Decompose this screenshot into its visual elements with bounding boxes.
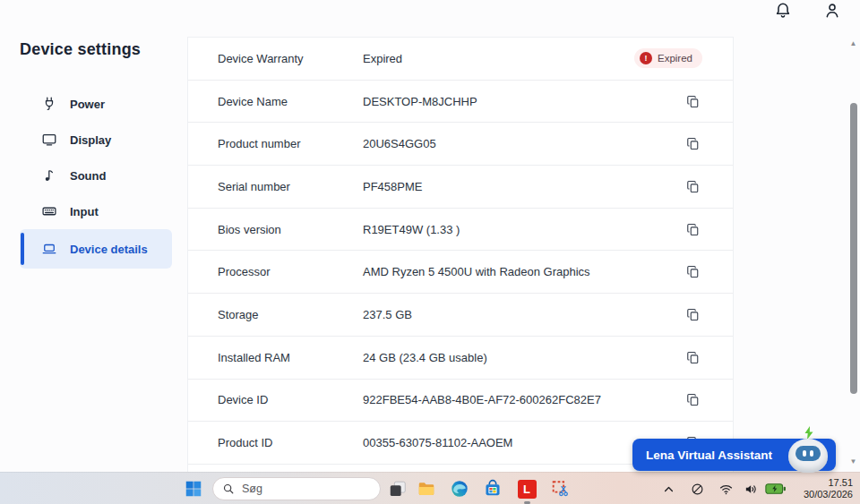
copy-button[interactable] bbox=[683, 219, 702, 239]
detail-label: Device Name bbox=[218, 95, 363, 108]
alert-icon: ! bbox=[640, 52, 652, 64]
detail-label: Product number bbox=[218, 137, 363, 150]
edge-browser-icon[interactable] bbox=[448, 477, 471, 500]
system-tray: 17.51 30/03/2026 bbox=[658, 473, 860, 504]
device-detail-row: Storage237.5 GB bbox=[188, 294, 733, 337]
battery-charging-icon[interactable] bbox=[765, 478, 787, 500]
power-icon bbox=[41, 96, 57, 112]
taskbar: L 17.51 30/03/2026 bbox=[0, 472, 860, 504]
taskbar-search[interactable] bbox=[212, 477, 381, 500]
file-explorer-icon[interactable] bbox=[415, 477, 438, 500]
sidebar-item-label: Power bbox=[70, 98, 105, 111]
account-person-icon[interactable] bbox=[822, 1, 842, 21]
sidebar-item-sound[interactable]: Sound bbox=[20, 158, 172, 193]
warranty-status-badge: !Expired bbox=[634, 48, 702, 68]
device-details-card: Device WarrantyExpired!ExpiredDevice Nam… bbox=[188, 38, 733, 472]
detail-value: DESKTOP-M8JCHHP bbox=[363, 95, 683, 108]
clock-date: 30/03/2026 bbox=[794, 489, 853, 500]
detail-label: Installed RAM bbox=[218, 351, 363, 364]
detail-label: Storage bbox=[218, 308, 363, 321]
camera-off-icon[interactable] bbox=[686, 478, 708, 500]
scrollbar-thumb[interactable] bbox=[850, 103, 857, 394]
device-detail-row: Product number20U6S4GG05 bbox=[188, 123, 733, 166]
vertical-scrollbar: ▲ ▼ bbox=[847, 34, 860, 472]
search-icon bbox=[222, 483, 235, 495]
start-button[interactable] bbox=[182, 477, 205, 500]
page-title: Device settings bbox=[20, 40, 141, 59]
device-detail-row: Bios versionR19ET49W (1.33 ) bbox=[188, 209, 733, 252]
sidebar-item-input[interactable]: Input bbox=[20, 193, 172, 229]
device-detail-row: Device ID922FBE54-AAB8-4B0E-AF72-600262F… bbox=[188, 380, 733, 423]
copy-button[interactable] bbox=[683, 347, 702, 367]
detail-label: Bios version bbox=[218, 223, 363, 236]
lenovo-app-letter: L bbox=[518, 480, 537, 499]
copy-button[interactable] bbox=[683, 176, 702, 196]
windows-logo-icon bbox=[184, 479, 203, 499]
sidebar-item-display[interactable]: Display bbox=[20, 122, 172, 158]
virtual-assistant-button[interactable]: Lena Virtual Assistant bbox=[632, 439, 836, 471]
selection-indicator bbox=[21, 233, 24, 265]
sidebar-item-label: Sound bbox=[70, 169, 106, 183]
copy-button[interactable] bbox=[683, 262, 702, 282]
wifi-icon[interactable] bbox=[715, 478, 736, 500]
detail-label: Processor bbox=[218, 265, 363, 278]
hidden-icons-chevron-icon[interactable] bbox=[658, 478, 679, 500]
badge-label: Expired bbox=[658, 53, 692, 64]
detail-label: Product ID bbox=[218, 436, 363, 449]
detail-value: 24 GB (23.4 GB usable) bbox=[363, 351, 683, 364]
search-input[interactable] bbox=[242, 483, 358, 495]
taskbar-clock[interactable]: 17.51 30/03/2026 bbox=[794, 477, 853, 500]
volume-icon[interactable] bbox=[740, 478, 761, 500]
input-icon bbox=[41, 203, 57, 219]
device-detail-row: Device WarrantyExpired!Expired bbox=[188, 38, 733, 81]
device-detail-row: Serial numberPF458PME bbox=[188, 166, 733, 209]
assistant-label: Lena Virtual Assistant bbox=[632, 448, 772, 462]
display-icon bbox=[41, 132, 57, 148]
window-header-icons bbox=[773, 0, 842, 21]
detail-value: AMD Ryzen 5 4500U with Radeon Graphics bbox=[363, 265, 683, 278]
device-detail-row: ProcessorAMD Ryzen 5 4500U with Radeon G… bbox=[188, 251, 733, 294]
copy-button[interactable] bbox=[683, 390, 702, 410]
clock-time: 17.51 bbox=[794, 477, 853, 489]
task-view-icon[interactable] bbox=[386, 477, 409, 500]
notifications-bell-icon[interactable] bbox=[773, 1, 793, 21]
device-detail-row: Device NameDESKTOP-M8JCHHP bbox=[188, 81, 733, 124]
snipping-tool-icon[interactable] bbox=[548, 477, 572, 500]
lenovo-vantage-icon[interactable]: L bbox=[515, 477, 538, 500]
detail-label: Device ID bbox=[218, 393, 363, 406]
sidebar-item-label: Input bbox=[70, 205, 99, 218]
detail-value: 922FBE54-AAB8-4B0E-AF72-600262FC82E7 bbox=[363, 393, 683, 406]
copy-button[interactable] bbox=[683, 134, 702, 154]
detail-value: Expired bbox=[363, 52, 634, 65]
sidebar-item-label: Display bbox=[70, 133, 111, 147]
detail-value: 20U6S4GG05 bbox=[363, 137, 683, 150]
scroll-up-icon[interactable]: ▲ bbox=[847, 38, 860, 50]
app-window: Device settings PowerDisplaySoundInputDe… bbox=[0, 0, 860, 472]
detail-value: R19ET49W (1.33 ) bbox=[363, 223, 683, 236]
bolt-icon bbox=[804, 426, 814, 440]
device-details-icon bbox=[41, 241, 57, 257]
detail-label: Device Warranty bbox=[218, 52, 363, 65]
copy-button[interactable] bbox=[683, 91, 702, 111]
sidebar-item-power[interactable]: Power bbox=[20, 86, 172, 122]
sidebar-item-label: Device details bbox=[70, 243, 148, 256]
device-detail-row: Installed RAM24 GB (23.4 GB usable) bbox=[188, 337, 733, 380]
robot-mascot-icon bbox=[786, 431, 830, 473]
sidebar-item-device-details[interactable]: Device details bbox=[20, 229, 172, 269]
sidebar-nav: PowerDisplaySoundInputDevice details bbox=[20, 86, 172, 269]
copy-button[interactable] bbox=[683, 304, 702, 324]
detail-label: Serial number bbox=[218, 180, 363, 193]
microsoft-store-icon[interactable] bbox=[481, 477, 504, 500]
detail-value: PF458PME bbox=[363, 180, 683, 193]
detail-value: 237.5 GB bbox=[363, 308, 683, 321]
scroll-down-icon[interactable]: ▼ bbox=[847, 456, 860, 468]
sound-icon bbox=[41, 167, 57, 184]
